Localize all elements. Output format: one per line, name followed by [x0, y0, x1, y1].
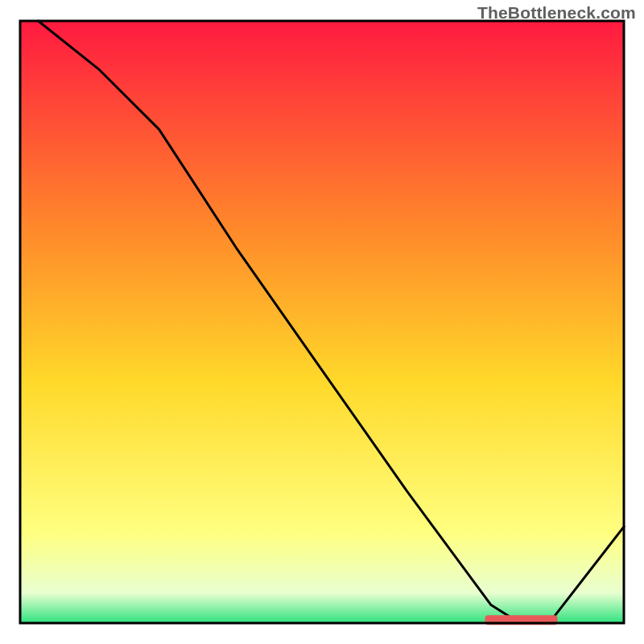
- plot-background: [20, 21, 624, 623]
- chart-container: TheBottleneck.com: [0, 0, 644, 644]
- bottleneck-chart: [0, 0, 644, 644]
